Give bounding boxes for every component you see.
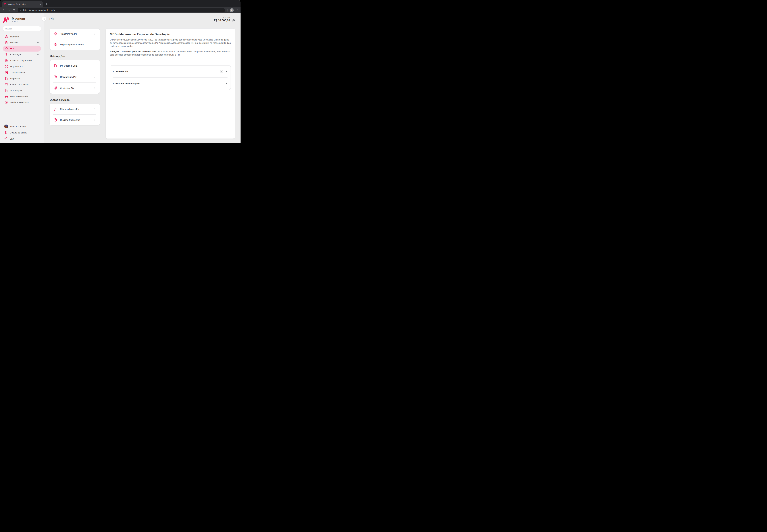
help-icon — [53, 118, 57, 122]
action-label: Contestar Pix — [60, 87, 91, 89]
user-profile-item[interactable]: Nelson Zanardi — [3, 123, 41, 129]
sidebar: Magnum Bank Resumo Extrato PIX — [0, 13, 44, 143]
balance-label: SALDO — [214, 17, 230, 18]
sidebar-item-pix[interactable]: PIX — [3, 46, 41, 52]
back-button[interactable] — [2, 9, 5, 12]
balance-block: SALDO R$ 10.000,00 — [214, 17, 235, 22]
statement-icon — [5, 41, 8, 44]
bank-icon — [53, 43, 57, 47]
gear-icon — [4, 131, 8, 134]
sidebar-menu: Resumo Extrato PIX Cobranças — [3, 34, 41, 105]
lock-icon — [20, 9, 22, 11]
action-receber-um-pix[interactable]: $ Receber um Pix — [50, 71, 100, 82]
action-label: Minhas chaves Pix — [60, 108, 91, 110]
primary-actions-card: Transferir via Pix Digitar agência e con… — [49, 28, 100, 50]
site-favicon-icon — [4, 3, 6, 6]
svg-text:$: $ — [55, 76, 56, 78]
med-actions-card: Contestar Pix Consultar contestações — [110, 65, 231, 90]
approvals-icon — [5, 89, 8, 92]
brand-name: Magnum — [12, 17, 25, 20]
action-duvidas-frequentes[interactable]: Dúvidas frequentes — [50, 115, 100, 125]
sidebar-item-label: Depósitos — [10, 77, 21, 80]
profile-initial: L — [231, 9, 232, 11]
action-label: Digitar agência e conta — [60, 43, 91, 46]
page-title: Pix — [49, 17, 54, 21]
sidebar-item-label: Extrato — [10, 41, 18, 44]
action-contestar-pix[interactable]: $ Contestar Pix — [50, 83, 100, 94]
chevron-right-icon — [94, 108, 96, 110]
sidebar-footer: Nelson Zanardi Gestão de conta Sair — [3, 122, 41, 142]
key-icon — [53, 107, 57, 111]
sidebar-item-label: Cobranças — [10, 53, 21, 56]
brand-logo: Magnum Bank — [3, 17, 41, 23]
logout-icon — [4, 137, 8, 140]
header-divider — [49, 24, 235, 24]
sidebar-item-label: Resumo — [10, 35, 19, 38]
chevron-down-icon — [37, 41, 39, 44]
barcode-icon — [5, 65, 8, 68]
url-text: https://www.magnumbank.com.br — [23, 9, 56, 11]
search-input[interactable] — [3, 26, 41, 31]
med-title: MED - Mecanismo Especial de Devolução — [110, 33, 231, 36]
sidebar-item-cobrancas[interactable]: Cobranças — [3, 52, 41, 58]
sidebar-item-label: Gestão de conta — [10, 131, 27, 134]
sidebar-item-ajuda-e-feedback[interactable]: Ajuda e Feedback — [3, 99, 41, 105]
med-action-consultar-contestacoes[interactable]: Consultar contestações — [110, 78, 231, 90]
sidebar-item-transferencias[interactable]: Transferências — [3, 69, 41, 75]
sidebar-item-folha-de-pagamento[interactable]: Folha de Pagamento — [3, 58, 41, 64]
med-warning: Atenção, o MED não pode ser utilizado pa… — [110, 50, 231, 56]
sidebar-item-label: Bens de Garantia — [10, 95, 28, 98]
sidebar-item-label: Ajuda e Feedback — [10, 101, 29, 104]
forward-button[interactable] — [7, 9, 10, 12]
sidebar-item-gestao-de-conta[interactable]: Gestão de conta — [3, 129, 41, 136]
chevron-right-icon — [94, 119, 96, 121]
action-label: Dúvidas frequentes — [60, 119, 91, 121]
tab-close-icon[interactable] — [39, 3, 42, 6]
med-action-label: Consultar contestações — [113, 82, 225, 85]
sidebar-item-depositos[interactable]: Depósitos — [3, 75, 41, 81]
browser-menu-icon[interactable] — [236, 9, 239, 12]
sidebar-item-extrato[interactable]: Extrato — [3, 40, 41, 46]
sidebar-item-pagamentos[interactable]: Pagamentos — [3, 64, 41, 69]
action-digitar-agencia-e-conta[interactable]: Digitar agência e conta — [50, 39, 100, 50]
sidebar-collapse-button[interactable] — [42, 17, 46, 21]
help-circle-icon[interactable] — [220, 70, 223, 73]
transfer-icon — [5, 71, 8, 74]
chevron-right-icon — [94, 76, 96, 78]
reload-button[interactable] — [12, 9, 15, 12]
sidebar-item-label: PIX — [10, 47, 14, 50]
brand-mark-icon — [3, 17, 10, 23]
new-tab-button[interactable] — [45, 3, 48, 6]
browser-toolbar: https://www.magnumbank.com.br L — [0, 7, 241, 13]
avatar — [4, 124, 8, 128]
sidebar-item-sair[interactable]: Sair — [3, 136, 41, 142]
med-action-contestar-pix[interactable]: Contestar Pix — [110, 66, 231, 77]
copy-plus-icon — [53, 64, 57, 68]
browser-tab[interactable]: Magnum Bank | Início — [2, 1, 43, 7]
action-label: Receber um Pix — [60, 76, 91, 78]
sidebar-item-label: Sair — [10, 137, 14, 140]
action-label: Pix Copia e Cola — [60, 64, 91, 67]
sidebar-item-aprovacoes[interactable]: Aprovações — [3, 87, 41, 93]
browser-window: Magnum Bank | Início https://www.magnumb… — [0, 0, 241, 143]
address-bar[interactable]: https://www.magnumbank.com.br — [18, 8, 225, 12]
sidebar-item-bens-de-garantia[interactable]: Bens de Garantia — [3, 93, 41, 99]
billing-icon — [5, 53, 8, 56]
action-minhas-chaves-pix[interactable]: Minhas chaves Pix — [50, 104, 100, 114]
action-transferir-via-pix[interactable]: Transferir via Pix — [50, 29, 100, 39]
action-label: Transferir via Pix — [60, 33, 91, 35]
sidebar-item-label: Cartão de Crédito — [10, 83, 28, 86]
credit-card-icon — [5, 83, 8, 86]
sidebar-item-resumo[interactable]: Resumo — [3, 34, 41, 40]
eye-off-icon[interactable] — [232, 19, 235, 22]
more-options-card: Pix Copia e Cola $ Receber um Pix $ — [49, 60, 100, 94]
chevron-down-icon — [37, 53, 39, 56]
action-pix-copia-e-cola[interactable]: Pix Copia e Cola — [50, 60, 100, 71]
receive-pix-icon: $ — [53, 75, 57, 79]
sidebar-item-cartao-de-credito[interactable]: Cartão de Crédito — [3, 81, 41, 87]
sidebar-item-label: Aprovações — [10, 89, 22, 92]
sidebar-item-label: Folha de Pagamento — [10, 59, 32, 62]
section-title: Outros serviços — [50, 98, 100, 102]
browser-profile-avatar[interactable]: L — [230, 8, 234, 12]
pix-icon — [5, 47, 8, 50]
